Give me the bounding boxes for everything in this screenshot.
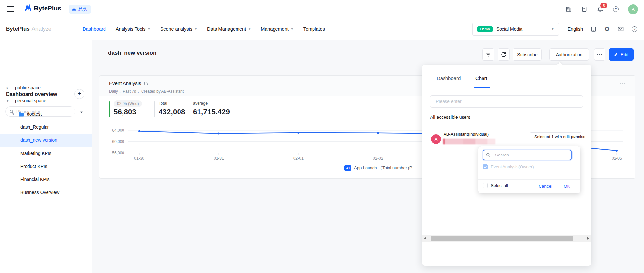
- scroll-right-arrow-icon[interactable]: [587, 237, 589, 240]
- scrollbar-thumb[interactable]: [431, 236, 573, 241]
- tree-item-label: Business Overview: [20, 190, 59, 195]
- svg-text:64,000: 64,000: [112, 128, 124, 133]
- svg-text:56,000: 56,000: [112, 151, 124, 155]
- total-value: 432,008: [159, 108, 185, 116]
- select-all-checkbox[interactable]: Select all: [483, 183, 508, 188]
- card-title: Event Analysis: [109, 81, 149, 86]
- nav-help-icon[interactable]: ?: [631, 26, 638, 32]
- nav-item-management[interactable]: Management▼: [261, 27, 294, 32]
- dropdown-option[interactable]: Event Analysis(Owner): [483, 164, 534, 169]
- chevron-down-icon: ▼: [551, 27, 554, 31]
- authorization-button[interactable]: Authorization: [549, 48, 589, 61]
- tree-item-label: dash_Regular: [20, 124, 49, 130]
- product-nav-bar: BytePlus Analyze DashboardAnalysis Tools…: [0, 18, 644, 40]
- project-selector[interactable]: Demo Social Media ▼: [472, 23, 559, 36]
- search-icon: [486, 153, 491, 157]
- svg-text:02-02: 02-02: [373, 156, 383, 161]
- console-window-icon[interactable]: [590, 26, 597, 32]
- nav-item-scene-analysis[interactable]: Scene analysis▼: [160, 27, 197, 32]
- tree-item-label: Financial KPIs: [20, 177, 49, 182]
- cancel-button[interactable]: Cancel: [539, 184, 552, 189]
- language-selector[interactable]: English: [567, 27, 583, 32]
- tree-item-label: dash_new version: [20, 137, 57, 143]
- active-tab-underline: [474, 87, 490, 88]
- chevron-down-icon: ▼: [194, 27, 197, 31]
- dropdown-option-label: Event Analysis(Owner): [491, 164, 534, 169]
- popup-arrow: [557, 62, 563, 68]
- total-label: Total: [159, 101, 167, 106]
- notifications-bell-icon[interactable]: 5: [597, 6, 604, 13]
- sidebar-item-doctest[interactable]: ▾doctest: [0, 107, 92, 120]
- svg-text:02-01: 02-01: [293, 156, 304, 161]
- chart-legend[interactable]: A1 App Launch （Total number (P…: [344, 165, 417, 171]
- popup-user-search-input[interactable]: [436, 99, 578, 104]
- top-bar: BytePlus 总览 5 ? A: [0, 0, 644, 18]
- popup-user-name: AB-Assistant(Individual): [444, 132, 489, 136]
- byteplus-logo-icon: [24, 4, 32, 12]
- unchecked-checkbox-icon: [483, 183, 488, 188]
- more-options-button[interactable]: [594, 48, 605, 61]
- mail-icon[interactable]: [617, 26, 624, 32]
- sidebar-item-business-overview[interactable]: Business Overview: [0, 186, 92, 199]
- ok-button[interactable]: OK: [564, 184, 570, 189]
- project-name: Social Media: [496, 27, 522, 32]
- help-icon[interactable]: ?: [612, 6, 619, 13]
- svg-text:01-30: 01-30: [134, 156, 144, 161]
- series-badge: A1: [344, 165, 351, 171]
- scroll-left-arrow-icon[interactable]: [424, 237, 426, 240]
- dropdown-search[interactable]: [483, 150, 572, 160]
- tree-item-label: Marketing KPIs: [20, 151, 51, 156]
- tab-divider: [430, 88, 583, 88]
- sidebar-item-dash-regular[interactable]: dash_Regular: [0, 120, 92, 134]
- refresh-button[interactable]: [498, 48, 510, 61]
- sidebar-item-product-kpis[interactable]: Product KPIs: [0, 160, 92, 173]
- nav-menu: DashboardAnalysis Tools▼Scene analysis▼D…: [83, 18, 325, 40]
- brand-name: BytePlus: [6, 26, 30, 32]
- filter-icon: [485, 52, 491, 58]
- permission-select[interactable]: Selected 1 with edit permiss: [530, 132, 581, 141]
- sidebar-item-dash-new-version[interactable]: dash_new version: [0, 134, 92, 147]
- caret-expanded-icon[interactable]: ▾: [12, 112, 14, 116]
- chevron-down-icon: [573, 135, 577, 139]
- home-icon: [72, 7, 76, 12]
- edit-button[interactable]: Edit: [609, 48, 634, 61]
- sidebar: Dashboard overview + ▸public space▾perso…: [0, 40, 92, 273]
- highlight-date-pill: 02-05 (Wed): [114, 100, 142, 107]
- dropdown-search-input[interactable]: [495, 153, 560, 157]
- nav-item-dashboard[interactable]: Dashboard: [83, 27, 106, 32]
- sidebar-item-personal-space[interactable]: ▾personal space: [0, 94, 92, 107]
- chevron-down-icon: ▼: [291, 27, 294, 31]
- popup-tab-chart[interactable]: Chart: [475, 75, 487, 81]
- open-edit-icon[interactable]: [144, 81, 149, 86]
- popup-tab-dashboard[interactable]: Dashboard: [437, 75, 461, 81]
- caret-expanded-icon[interactable]: ▾: [7, 99, 9, 103]
- docs-icon[interactable]: [581, 6, 588, 13]
- sidebar-item-public-space[interactable]: ▸public space: [0, 81, 92, 94]
- overview-button[interactable]: 总览: [69, 5, 91, 14]
- filter-button[interactable]: [482, 48, 494, 61]
- nav-item-data-management[interactable]: Data Management▼: [207, 27, 251, 32]
- caret-collapsed-icon[interactable]: ▸: [7, 86, 9, 90]
- logo-text: BytePlus: [34, 5, 61, 12]
- hamburger-menu-icon[interactable]: [7, 6, 14, 12]
- ellipsis-icon: [597, 54, 602, 55]
- card-menu-button[interactable]: [620, 83, 625, 84]
- chevron-down-icon: ▼: [148, 27, 151, 31]
- card-subtitle: Daily， Past 7d， Created by AB-Assistant: [109, 89, 184, 94]
- nav-item-templates[interactable]: Templates: [303, 27, 325, 32]
- sidebar-item-marketing-kpis[interactable]: Marketing KPIs: [0, 147, 92, 160]
- popup-user-search[interactable]: [430, 95, 583, 108]
- overview-label: 总览: [78, 7, 87, 12]
- demo-badge: Demo: [477, 26, 493, 32]
- tree-item-label: personal space: [15, 98, 46, 103]
- horizontal-scrollbar[interactable]: [422, 235, 591, 242]
- organization-icon[interactable]: [565, 6, 572, 13]
- subscribe-button[interactable]: Subscribe: [513, 48, 542, 61]
- pencil-icon: [614, 52, 618, 57]
- settings-gear-icon[interactable]: ⚙: [603, 26, 611, 33]
- nav-item-analysis-tools[interactable]: Analysis Tools▼: [116, 27, 151, 32]
- sidebar-item-financial-kpis[interactable]: Financial KPIs: [0, 173, 92, 186]
- average-label: average: [193, 101, 208, 106]
- popup-user-avatar: A: [431, 134, 441, 144]
- user-avatar[interactable]: A: [628, 4, 638, 14]
